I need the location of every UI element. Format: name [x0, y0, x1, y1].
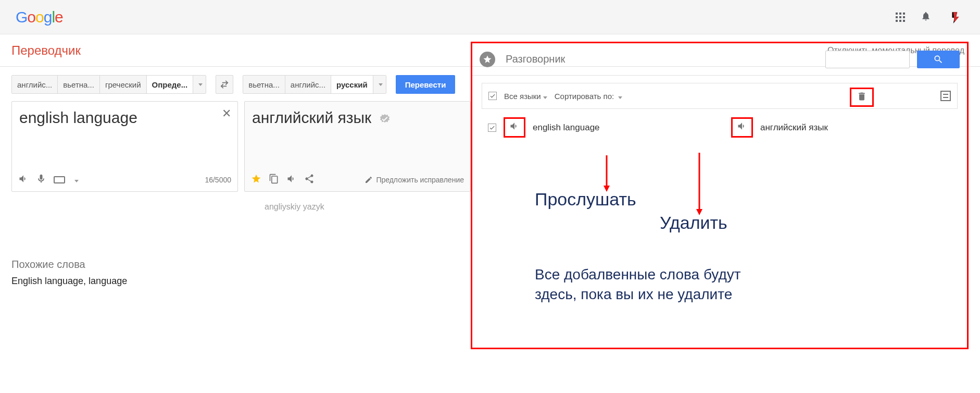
phrasebook-search-input[interactable]: [825, 51, 910, 68]
user-avatar[interactable]: [947, 8, 964, 26]
target-box: английский язык Предложить исправлени: [244, 101, 471, 192]
translate-button[interactable]: Перевести: [396, 75, 456, 94]
delete-button-highlight: [850, 88, 874, 107]
keyboard-dropdown-icon[interactable]: [72, 175, 79, 185]
phrasebook-search-button[interactable]: [917, 51, 960, 68]
annotation-delete: Удалить: [660, 213, 727, 233]
notifications-icon[interactable]: [921, 11, 931, 23]
clear-source-icon[interactable]: ✕: [222, 107, 231, 120]
similar-words: English language, language: [11, 276, 471, 287]
global-header: Google: [0, 0, 980, 34]
annotation-arrow-listen: [601, 155, 612, 192]
source-text-value: english language: [19, 109, 137, 126]
swap-languages-button[interactable]: [216, 75, 233, 94]
source-lang-tab-3[interactable]: Опреде...: [147, 76, 194, 93]
language-row: английс... вьетна... греческий Опреде...…: [11, 74, 471, 95]
suggest-edit-label: Предложить исправление: [376, 176, 464, 184]
transliteration: angliyskiy yazyk: [265, 202, 471, 212]
source-lang-dropdown[interactable]: [193, 76, 206, 93]
translation-boxes: english language ✕ 16/5000 английский яз…: [11, 101, 471, 192]
share-icon[interactable]: [304, 174, 315, 186]
similar-title: Похожие слова: [11, 259, 471, 271]
listen-target-highlight: [731, 117, 753, 138]
app-title: Переводчик: [11, 43, 81, 58]
target-text: английский язык: [245, 102, 470, 168]
target-lang-dropdown[interactable]: [373, 76, 386, 93]
annotation-arrow-delete: [694, 153, 705, 215]
phrasebook-title: Разговорник: [506, 53, 565, 65]
row-source-text: english language: [533, 122, 724, 133]
target-footer: Предложить исправление: [245, 168, 470, 191]
source-text[interactable]: english language ✕: [12, 102, 237, 168]
copy-icon[interactable]: [269, 174, 279, 186]
listen-source-icon[interactable]: [18, 174, 29, 186]
row-target-text: английский язык: [760, 122, 951, 133]
phrasebook-header: Разговорник: [472, 43, 967, 76]
phrasebook-row[interactable]: english language английский язык: [482, 114, 958, 141]
google-logo[interactable]: Google: [16, 8, 63, 26]
select-all-checkbox[interactable]: [488, 92, 497, 100]
verified-icon: [379, 113, 391, 125]
all-languages-filter[interactable]: Все языки: [504, 92, 547, 101]
keyboard-icon[interactable]: [54, 176, 65, 183]
target-lang-tab-2[interactable]: русский: [331, 76, 373, 93]
apps-icon[interactable]: [896, 13, 905, 22]
phrasebook-star-icon[interactable]: [480, 52, 495, 67]
export-sheet-icon[interactable]: [940, 91, 951, 101]
save-star-icon[interactable]: [251, 174, 261, 186]
translate-column: английс... вьетна... греческий Опреде...…: [11, 67, 471, 287]
target-lang-tab-1[interactable]: английс...: [285, 76, 331, 93]
listen-source-highlight: [504, 117, 525, 138]
similar-section: Похожие слова English language, language: [11, 259, 471, 287]
delete-icon[interactable]: [857, 94, 867, 103]
phrasebook-column: Разговорник Все языки Сортировать по:: [471, 67, 980, 287]
phrasebook-toolbar: Все языки Сортировать по:: [482, 83, 958, 109]
target-text-value: английский язык: [252, 109, 371, 126]
target-language-tabs: вьетна... английс... русский: [243, 75, 386, 94]
phrasebook-panel: Разговорник Все языки Сортировать по:: [471, 42, 969, 349]
source-language-tabs: английс... вьетна... греческий Опреде...: [11, 75, 206, 94]
annotation-paragraph: Все добалвенные слова будут здесь, пока …: [535, 265, 753, 304]
source-lang-tab-2[interactable]: греческий: [100, 76, 147, 93]
sort-by-filter[interactable]: Сортировать по:: [555, 92, 623, 101]
listen-target-icon[interactable]: [286, 174, 297, 186]
source-footer: 16/5000: [12, 168, 237, 191]
source-box: english language ✕ 16/5000: [11, 101, 238, 192]
target-lang-tab-0[interactable]: вьетна...: [243, 76, 285, 93]
char-count: 16/5000: [205, 176, 231, 184]
annotation-listen: Прослушать: [535, 189, 636, 210]
suggest-edit-link[interactable]: Предложить исправление: [365, 176, 464, 184]
row-listen-target-icon[interactable]: [737, 121, 747, 134]
source-lang-tab-0[interactable]: английс...: [12, 76, 58, 93]
header-right: [896, 8, 964, 26]
source-lang-tab-1[interactable]: вьетна...: [58, 76, 100, 93]
main-area: английс... вьетна... греческий Опреде...…: [0, 67, 980, 287]
row-checkbox[interactable]: [488, 124, 496, 132]
row-listen-source-icon[interactable]: [509, 121, 520, 134]
voice-input-icon[interactable]: [36, 174, 46, 186]
